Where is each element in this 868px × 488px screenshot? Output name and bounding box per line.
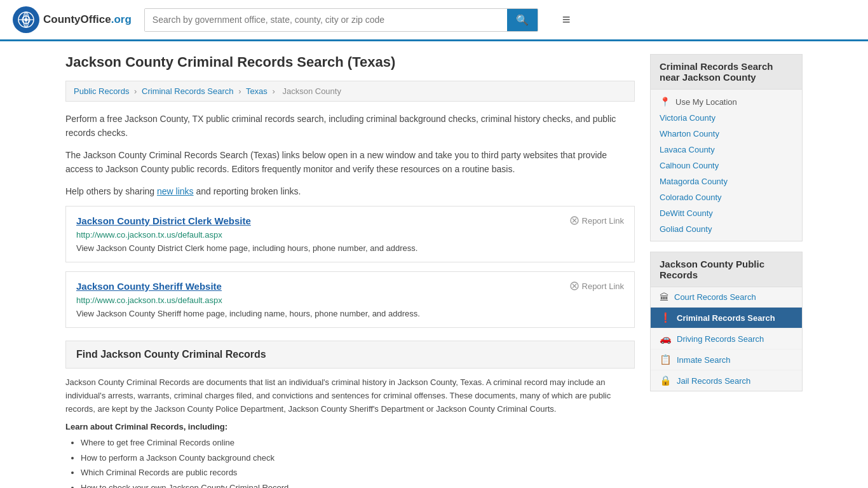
record-link-3[interactable]: Inmate Search [677,355,731,365]
nearby-county-2[interactable]: Lavaca County [651,142,802,158]
report-icon-1 [570,216,579,225]
learn-item-3: Which Criminal Records are public record… [81,465,635,480]
find-desc: Jackson County Criminal Records are docu… [65,376,635,416]
nearby-county-7[interactable]: Goliad County [651,221,802,237]
report-label-2: Report Link [582,281,624,291]
report-icon-2 [570,281,579,290]
desc-3-suffix: and reporting broken links. [194,186,301,196]
desc-1: Perform a free Jackson County, TX public… [65,112,635,140]
find-section: Find Jackson County Criminal Records [65,341,635,369]
nearby-section: Criminal Records Search near Jackson Cou… [650,54,803,241]
menu-button[interactable]: ≡ [557,9,576,30]
nearby-list: 📍 Use My Location Victoria County Wharto… [651,90,802,241]
search-button[interactable]: 🔍 [507,9,538,31]
link-2-desc: View Jackson County Sheriff home page, i… [76,309,624,318]
link-1-url[interactable]: http://www.co.jackson.tx.us/default.aspx [76,230,624,240]
new-links-link[interactable]: new links [157,186,194,196]
link-2-url[interactable]: http://www.co.jackson.tx.us/default.aspx [76,295,624,305]
nearby-county-link-0[interactable]: Victoria County [660,113,715,123]
use-location-item[interactable]: 📍 Use My Location [651,93,802,110]
breadcrumb-texas[interactable]: Texas [246,86,268,96]
sidebar: Criminal Records Search near Jackson Cou… [650,54,803,488]
link-2-title[interactable]: Jackson County Sheriff Website [76,281,222,292]
public-records-list: 🏛 Court Records Search ❗ Criminal Record… [651,287,802,391]
nearby-title: Criminal Records Search near Jackson Cou… [651,55,802,90]
nearby-county-link-5[interactable]: Colorado County [660,193,722,202]
record-link-2[interactable]: Driving Records Search [677,334,764,344]
nearby-county-3[interactable]: Calhoun County [651,158,802,173]
record-link-4[interactable]: Jail Records Search [677,376,750,386]
link-1-title[interactable]: Jackson County District Clerk Website [76,215,251,226]
record-link-0[interactable]: Court Records Search [674,292,756,302]
content-area: Jackson County Criminal Records Search (… [65,54,635,488]
report-link-btn-1[interactable]: Report Link [570,216,624,226]
nearby-county-1[interactable]: Wharton County [651,126,802,142]
logo-suffix: .org [111,13,132,25]
jail-icon: 🔒 [660,375,672,386]
learn-item-2: How to perform a Jackson County backgrou… [81,451,635,465]
record-item-0[interactable]: 🏛 Court Records Search [651,287,802,308]
logo-text: CountyOffice.org [43,13,132,26]
nearby-county-link-1[interactable]: Wharton County [660,129,719,139]
record-item-1[interactable]: ❗ Criminal Records Search [651,308,802,329]
report-link-btn-2[interactable]: Report Link [570,281,624,291]
breadcrumb-criminal-records[interactable]: Criminal Records Search [142,86,234,96]
main-container: Jackson County Criminal Records Search (… [53,41,815,488]
logo-icon [13,6,39,33]
breadcrumb-public-records[interactable]: Public Records [74,86,129,96]
desc-3-prefix: Help others by sharing [65,186,157,196]
learn-item-4: How to check your own Jackson County Cri… [81,480,635,488]
nearby-county-0[interactable]: Victoria County [651,110,802,126]
site-header: CountyOffice.org 🔍 ≡ [0,0,868,41]
location-pin-icon: 📍 [660,97,670,107]
breadcrumb: Public Records › Criminal Records Search… [65,81,635,102]
learn-title: Learn about Criminal Records, including: [65,422,635,431]
learn-list: Where to get free Criminal Records onlin… [65,435,635,488]
nearby-county-link-4[interactable]: Matagorda County [660,177,728,186]
nearby-county-6[interactable]: DeWitt County [651,205,802,221]
record-link-1[interactable]: Criminal Records Search [677,313,775,323]
public-records-title: Jackson County Public Records [651,252,802,287]
link-block-1-header: Jackson County District Clerk Website Re… [76,215,624,226]
svg-point-5 [25,18,28,22]
nearby-county-4[interactable]: Matagorda County [651,173,802,189]
link-1-desc: View Jackson County District Clerk home … [76,243,624,253]
nearby-county-link-7[interactable]: Goliad County [660,224,712,234]
nearby-county-5[interactable]: Colorado County [651,189,802,205]
link-block-2-header: Jackson County Sheriff Website Report Li… [76,281,624,292]
link-block-2: Jackson County Sheriff Website Report Li… [65,271,635,328]
inmate-icon: 📋 [660,354,672,365]
desc-3: Help others by sharing new links and rep… [65,184,635,198]
breadcrumb-county: Jackson County [282,86,341,96]
nearby-county-link-3[interactable]: Calhoun County [660,161,719,170]
report-label-1: Report Link [582,216,624,226]
record-item-2[interactable]: 🚗 Driving Records Search [651,329,802,349]
public-records-section: Jackson County Public Records 🏛 Court Re… [650,252,803,391]
page-title: Jackson County Criminal Records Search (… [65,54,635,71]
driving-icon: 🚗 [660,333,672,344]
record-item-3[interactable]: 📋 Inmate Search [651,349,802,370]
nearby-county-link-2[interactable]: Lavaca County [660,145,715,154]
search-bar: 🔍 [144,8,538,32]
link-block-1: Jackson County District Clerk Website Re… [65,206,635,262]
search-input[interactable] [145,9,507,31]
nearby-county-link-6[interactable]: DeWitt County [660,208,713,218]
criminal-icon: ❗ [660,312,672,323]
desc-2: The Jackson County Criminal Records Sear… [65,148,635,177]
use-location-label: Use My Location [675,97,737,107]
find-section-title: Find Jackson County Criminal Records [76,349,624,360]
site-logo[interactable]: CountyOffice.org [13,6,132,33]
record-item-4[interactable]: 🔒 Jail Records Search [651,370,802,391]
court-icon: 🏛 [660,292,669,302]
learn-item-1: Where to get free Criminal Records onlin… [81,435,635,450]
